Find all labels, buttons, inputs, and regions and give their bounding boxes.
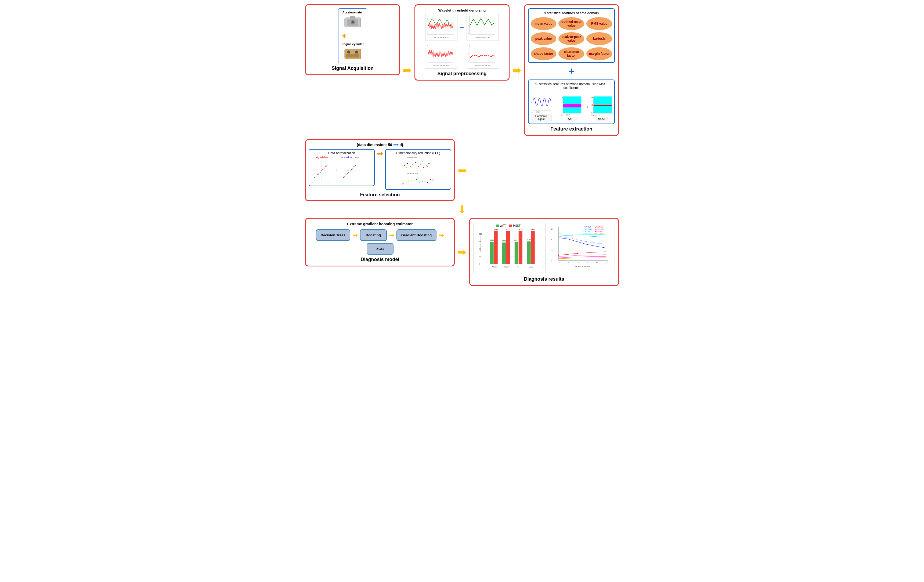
svg-text:Original data: Original data [408,157,417,158]
svg-text:2: 2 [562,112,563,114]
mid-row: (data dimension: 50 ⟹ d) Data normalizat… [304,137,620,203]
svg-text:0    5    10: 0 5 10 [566,114,570,116]
svg-text:5: 5 [427,53,427,54]
svg-point-117 [411,180,412,181]
svg-rect-5 [345,49,361,59]
svg-point-85 [347,173,348,174]
right-arrow-dm-dr: ➡ [457,246,467,258]
arrow-sa-sp: ➡ [401,3,413,137]
arrow-dm-dr: ➡ [456,216,468,288]
svg-point-102 [412,164,413,165]
diag-model-content: Extreme gradient boosting estimator Deci… [309,222,451,255]
diagnosis-model-title: Diagnosis model [309,257,451,262]
svg-rect-151 [519,231,523,264]
svg-point-101 [410,166,411,167]
svg-text:5: 5 [427,25,428,26]
svg-text:20: 20 [591,97,593,98]
svg-text:Classification accuracy (%): Classification accuracy (%) [480,232,482,252]
svg-rect-4 [350,16,355,18]
oval-mean: mean value [531,17,556,30]
svg-text:0: 0 [469,61,470,63]
feat-extract-content: 9 statistical features of time domain me… [528,8,615,124]
svg-point-99 [404,165,405,166]
line-chart-area: — WPT+NaB — WPT+GBDT — WPT+RF — WPT+XGB … [545,222,615,274]
svg-text:0    5    10: 0 5 10 [597,114,600,116]
svg-text:— WPT+NaB: — WPT+NaB [582,226,591,228]
svg-text:0: 0 [531,102,532,103]
svg-text:0: 0 [468,33,469,35]
stft-svg: 12 6 2 0 5 10 time [561,95,582,116]
svg-text:63.51: 63.51 [502,240,507,242]
svg-text:60: 60 [606,262,607,264]
diagnosis-results-cell: WPT MSST 0 [468,216,620,288]
svg-text:-5: -5 [427,45,428,46]
svg-text:5: 5 [355,181,356,183]
oval-kurtosis: kurtosis [586,32,612,45]
hybrid-title: 50 statistical features of hybrid domain… [531,82,612,90]
denoised-signal-chart-2: 100 200 300 400 500 5 0 -5 [467,42,499,69]
signal-preprocessing-title: Signal preprocessing [419,71,505,77]
xgb-arrow-3: ➡ [439,231,444,239]
svg-text:66.92: 66.92 [527,239,531,241]
diagnosis-model-panel: Extreme gradient boosting estimator Deci… [305,218,455,266]
engine-cylinder-svg [343,47,362,60]
svg-point-106 [423,167,424,168]
svg-point-89 [352,168,353,169]
data-dim-label: (data dimension: 50 ⟹ d) [309,143,451,147]
svg-point-75 [321,171,321,172]
svg-point-112 [422,161,423,162]
svg-point-121 [432,180,434,180]
svg-text:0    5    10: 0 5 10 [536,112,540,113]
svg-point-108 [428,163,429,164]
svg-point-74 [318,174,318,175]
blue-arrow-norm: → [333,167,338,173]
blue-arrow-msst: → [584,104,589,110]
noisy-signal-svg: 5 0 -5 100 200 300 400 500 [426,14,455,38]
svg-point-184 [577,253,578,254]
diag-results-content: WPT MSST 0 [473,222,615,274]
svg-point-67 [320,171,321,173]
svg-text:10: 10 [591,104,593,106]
bar-chart-area: WPT MSST 0 [473,222,543,274]
svg-text:◆ MSST+XGB: ◆ MSST+XGB [595,232,604,234]
svg-rect-156 [531,231,535,264]
svg-text:5: 5 [468,25,469,26]
svg-point-65 [317,174,318,175]
svg-point-87 [350,171,350,171]
device1-label: Accelerometer [342,11,364,14]
wavelet-title: Wavelet threshold denoising [438,8,486,12]
feature-selection-panel: (data dimension: 50 ⟹ d) Data normalizat… [305,139,455,201]
svg-text:66.46: 66.46 [514,239,519,241]
svg-point-122 [403,183,404,184]
svg-text:frequency: frequency [591,114,597,116]
svg-text:-5: -5 [427,18,428,20]
svg-text:-1: -1 [531,109,531,110]
svg-point-118 [416,179,417,180]
svg-text:50: 50 [596,262,598,264]
accelerometer-svg [343,15,362,28]
orange-arrow-to-dimred: ➡ [377,149,383,158]
svg-text:— WPT+RF: — WPT+RF [582,231,590,232]
wavelet-panel: Wavelet threshold denoising 5 0 -5 [419,8,505,69]
denoised2-svg: 100 200 300 400 500 5 0 -5 [467,42,497,66]
msst-svg: 20 10 0 0 5 10 frequency [591,95,612,116]
svg-text:1.5: 1.5 [551,228,553,230]
norm-title: Data normalization [311,151,373,155]
svg-point-119 [422,181,423,182]
harmonic-label: Harmonic signal [531,114,551,121]
msst-legend-label: MSST [513,224,521,227]
down-arrow-icon: ⬇ [457,203,467,216]
svg-text:10: 10 [327,181,328,183]
svg-point-113 [427,167,428,167]
svg-rect-9 [348,53,350,57]
svg-text:0.5: 0.5 [551,250,553,251]
dim-2d-svg: Projected data [387,172,449,187]
bar-legend: WPT MSST [476,224,541,227]
svg-point-125 [419,182,420,183]
plus-blue-icon: + [528,66,615,77]
svg-point-91 [355,165,356,166]
dim-red-title: Dimensionality reduction (LLE) [387,151,449,155]
svg-point-77 [326,166,327,167]
wpt-legend-label: WPT [500,224,506,227]
wpt-legend-color [496,224,499,227]
